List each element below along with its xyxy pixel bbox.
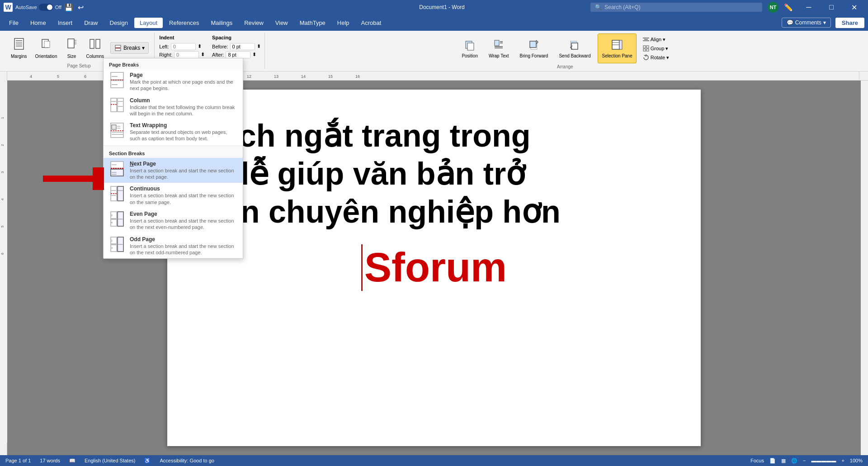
menu-review[interactable]: Review: [239, 18, 269, 28]
break-continuous-item[interactable]: ═══ ═══ ═══ Continuous Insert a section …: [104, 183, 243, 208]
proofing-icon: 📖: [69, 458, 75, 464]
spacing-after-arrows[interactable]: ⬍: [252, 52, 256, 57]
group-button[interactable]: Group ▾: [640, 44, 672, 52]
align-button[interactable]: Align ▾: [640, 35, 672, 43]
comments-button[interactable]: 💬 Comments ▾: [782, 18, 831, 28]
menu-home[interactable]: Home: [25, 18, 52, 28]
spacing-before-input[interactable]: [230, 43, 255, 50]
restore-button[interactable]: □: [821, 0, 842, 14]
svg-text:2: 2: [0, 144, 5, 146]
read-mode-icon[interactable]: 📄: [769, 458, 776, 464]
save-icon[interactable]: 💾: [64, 3, 73, 12]
language[interactable]: English (United States): [85, 458, 136, 463]
status-right: Focus 📄 ▦ 🌐 − ▬▬▬▬▬ + 100%: [750, 458, 863, 464]
break-evenpage-item[interactable]: 2 4 ═══ Even Page Insert a section break…: [104, 208, 243, 233]
break-continuous-title: Continuous: [130, 185, 237, 192]
web-layout-icon[interactable]: 🌐: [791, 458, 797, 464]
menu-help[interactable]: Help: [332, 18, 355, 28]
margins-button[interactable]: Margins: [7, 36, 31, 61]
undo-icon[interactable]: ↩: [78, 3, 84, 12]
position-button[interactable]: Position: [458, 33, 481, 63]
rotate-icon: [643, 54, 649, 61]
indent-right-label: Right:: [159, 52, 172, 57]
spacing-before-arrows[interactable]: ⬍: [257, 43, 261, 49]
menu-file[interactable]: File: [4, 18, 24, 28]
send-backward-icon: [569, 38, 580, 52]
size-button[interactable]: Size: [62, 36, 82, 61]
svg-rect-85: [118, 186, 123, 201]
rotate-button[interactable]: Rotate ▾: [640, 53, 672, 62]
send-backward-button[interactable]: Send Backward: [555, 33, 594, 63]
toggle-knob: [47, 5, 52, 10]
svg-text:4: 4: [30, 74, 32, 79]
vruler-svg: 1 2 3 4 5 6: [0, 81, 7, 442]
zoom-in-icon[interactable]: +: [841, 458, 844, 463]
svg-rect-72: [112, 125, 116, 129]
break-page-item[interactable]: ═══ ═══ Page Mark the point at which one…: [104, 69, 243, 95]
menu-design[interactable]: Design: [104, 18, 133, 28]
svg-rect-53: [0, 81, 7, 442]
menu-draw[interactable]: Draw: [79, 18, 103, 28]
zoom-level[interactable]: 100%: [850, 458, 863, 463]
break-oddpage-item[interactable]: 1 3 ═══ Odd Page Insert a section break …: [104, 233, 243, 259]
close-button[interactable]: ✕: [844, 0, 864, 14]
zoom-out-icon[interactable]: −: [803, 458, 806, 463]
print-layout-icon[interactable]: ▦: [781, 458, 786, 464]
menu-references[interactable]: References: [164, 18, 204, 28]
bring-forward-icon: [528, 38, 540, 52]
avatar[interactable]: NT: [768, 2, 778, 13]
indent-group: Indent Left: ⬍ Right: ⬍: [159, 35, 205, 58]
svg-text:14: 14: [301, 74, 306, 79]
menu-insert[interactable]: Insert: [52, 18, 78, 28]
indent-header: Indent: [159, 35, 205, 40]
breaks-button[interactable]: Breaks ▾: [110, 42, 149, 54]
focus-label[interactable]: Focus: [750, 458, 764, 463]
search-icon: 🔍: [595, 4, 602, 10]
break-textwrap-item[interactable]: ══ ══ ═══════ ═══════ Text Wrapping Sepa…: [104, 119, 243, 145]
pen-icon[interactable]: ✏️: [784, 3, 793, 12]
wrap-text-label: Wrap Text: [489, 53, 509, 58]
indent-left-input[interactable]: [171, 43, 196, 50]
svg-text:16: 16: [355, 74, 360, 79]
svg-rect-12: [90, 39, 94, 48]
menu-mathtype[interactable]: MathType: [294, 18, 331, 28]
svg-text:═══: ═══: [118, 243, 123, 246]
svg-text:12: 12: [247, 74, 251, 79]
zoom-slider[interactable]: ▬▬▬▬▬: [811, 458, 836, 463]
rotate-label: Rotate: [651, 55, 665, 60]
svg-text:5: 5: [0, 225, 5, 228]
word-count[interactable]: 17 words: [40, 458, 60, 463]
autosave-toggle[interactable]: [39, 4, 53, 11]
break-nextpage-item[interactable]: ═══ ═══ ═══ Next Page Insert a section b…: [104, 158, 243, 183]
indent-right-input[interactable]: [174, 51, 199, 58]
page-info: Page 1 of 1: [5, 458, 31, 463]
orientation-button[interactable]: Orientation: [32, 36, 61, 61]
break-column-item[interactable]: ═══ ═══ ═══ Column Indicate that the tex…: [104, 95, 243, 120]
bring-forward-button[interactable]: Bring Forward: [516, 33, 552, 63]
break-evenpage-desc: Insert a section break and start the new…: [130, 218, 237, 231]
autosave-label: AutoSave: [15, 5, 37, 10]
spacing-after-input[interactable]: [226, 51, 250, 58]
orientation-label: Orientation: [35, 54, 57, 59]
selection-pane-button[interactable]: Selection Pane: [598, 33, 636, 63]
menu-acrobat[interactable]: Acrobat: [356, 18, 387, 28]
menu-layout[interactable]: Layout: [134, 18, 163, 28]
indent-right-arrows[interactable]: ⬍: [201, 52, 205, 57]
indent-left-arrows[interactable]: ⬍: [198, 43, 202, 49]
columns-button[interactable]: Columns: [83, 36, 108, 61]
share-button[interactable]: Share: [835, 18, 864, 28]
wrap-text-button[interactable]: Wrap Text: [485, 33, 513, 63]
minimize-button[interactable]: ─: [798, 0, 819, 14]
search-box[interactable]: 🔍 Search (Alt+Q): [590, 3, 762, 12]
columns-icon: [89, 38, 101, 53]
indent-left-row: Left: ⬍: [159, 43, 205, 50]
svg-rect-7: [44, 41, 50, 48]
menu-view[interactable]: View: [270, 18, 293, 28]
svg-text:6: 6: [0, 252, 5, 255]
comments-label: Comments: [795, 19, 821, 26]
size-label: Size: [67, 54, 76, 59]
word-app-icon: W: [4, 3, 13, 12]
svg-text:═══: ═══: [111, 194, 116, 197]
menu-mailings[interactable]: Mailings: [206, 18, 238, 28]
accessibility-status[interactable]: Accessibility: Good to go: [160, 458, 214, 463]
